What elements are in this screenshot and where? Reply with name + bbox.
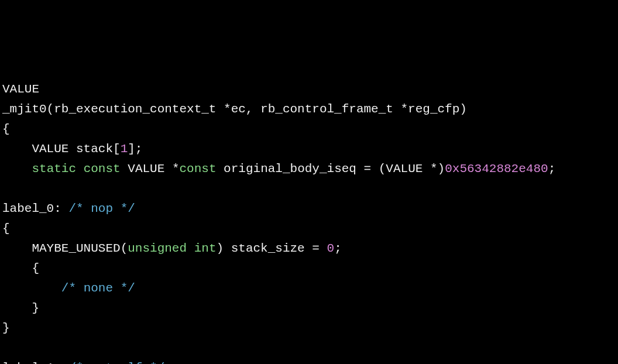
code-token: original_body_iseq = (VALUE *) — [217, 162, 445, 176]
code-token: { — [2, 222, 10, 235]
code-token-comment: /* none */ — [61, 281, 135, 295]
code-token: { — [2, 262, 39, 275]
code-token-keyword: static — [32, 162, 76, 176]
code-token: ; — [334, 242, 342, 255]
code-line: } — [2, 298, 616, 318]
code-token-number: 0 — [327, 242, 335, 255]
code-token: } — [2, 301, 39, 315]
code-token-comment: /* nop */ — [68, 202, 135, 215]
code-token — [187, 242, 194, 255]
code-line — [2, 338, 616, 358]
code-line: static const VALUE *const original_body_… — [2, 159, 616, 179]
code-line — [2, 179, 616, 199]
code-token: MAYBE_UNUSED( — [2, 242, 128, 255]
code-token: label_0: — [2, 202, 68, 215]
code-token-comment: /* putself */ — [68, 361, 164, 364]
code-token: VALUE stack[ — [2, 142, 121, 156]
code-line: { — [2, 219, 616, 239]
code-token: VALUE — [2, 83, 39, 96]
code-token — [76, 162, 84, 176]
code-token: ]; — [128, 142, 142, 156]
code-line: label_0: /* nop */ — [2, 199, 616, 219]
code-line: VALUE stack[1]; — [2, 139, 616, 159]
code-line: /* none */ — [2, 279, 616, 298]
code-line: { — [2, 259, 616, 279]
code-token: } — [2, 321, 10, 335]
code-token: ) stack_size = — [217, 242, 327, 255]
code-token-number: 1 — [121, 142, 128, 156]
code-token-keyword: int — [194, 242, 217, 255]
code-token — [2, 281, 61, 295]
code-token-keyword: const — [84, 162, 121, 176]
code-token-keyword: unsigned — [128, 242, 187, 255]
code-token: _mjit0(rb_execution_context_t *ec, rb_co… — [2, 102, 467, 116]
code-token: { — [2, 122, 10, 136]
code-token-keyword: const — [180, 162, 217, 176]
code-line: VALUE — [2, 80, 616, 99]
code-line: { — [2, 119, 616, 139]
code-block: VALUE_mjit0(rb_execution_context_t *ec, … — [2, 80, 616, 364]
code-line: label_1: /* putself */ — [2, 358, 616, 364]
code-token: ; — [548, 162, 556, 176]
code-line: _mjit0(rb_execution_context_t *ec, rb_co… — [2, 99, 616, 119]
code-token — [2, 162, 32, 176]
code-token: VALUE * — [121, 162, 180, 176]
code-line: MAYBE_UNUSED(unsigned int) stack_size = … — [2, 239, 616, 259]
code-token-number: 0x56342882e480 — [445, 162, 548, 176]
code-line: } — [2, 318, 616, 338]
code-token: label_1: — [2, 361, 68, 364]
